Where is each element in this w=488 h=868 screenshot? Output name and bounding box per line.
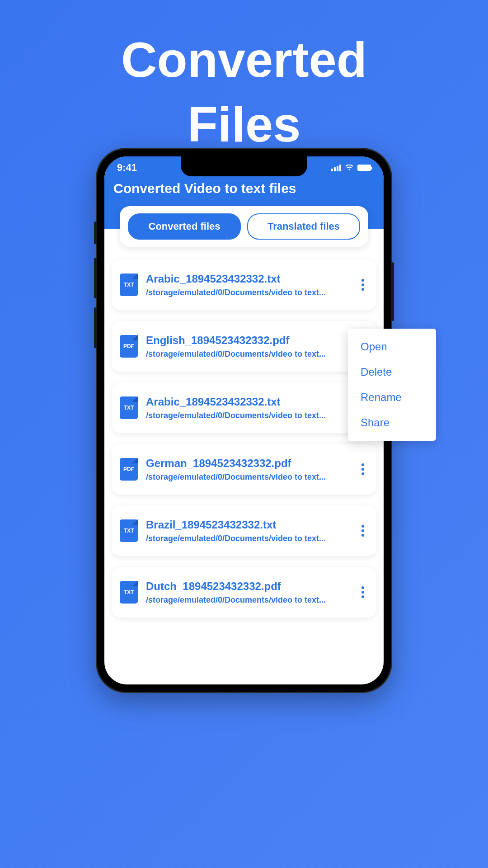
file-list: TXT Arabic_1894523432332.txt /storage/em… (104, 247, 384, 618)
page-title: Converted Video to text files (113, 181, 296, 196)
file-row[interactable]: PDF German_1894523432332.pdf /storage/em… (112, 444, 376, 495)
file-path: /storage/emulated/0/Documents/video to t… (146, 534, 349, 543)
wifi-icon (345, 165, 354, 171)
file-row[interactable]: TXT Arabic_1894523432332.txt /storage/em… (112, 382, 376, 433)
menu-share[interactable]: Share (348, 410, 436, 435)
file-path: /storage/emulated/0/Documents/video to t… (146, 472, 349, 482)
tab-translated-files[interactable]: Translated files (247, 213, 360, 240)
tabs-container: Converted files Translated files (120, 206, 368, 247)
status-icons (331, 165, 371, 171)
file-row[interactable]: TXT Arabic_1894523432332.txt /storage/em… (112, 259, 376, 310)
battery-icon (357, 165, 371, 171)
file-row[interactable]: TXT Dutch_1894523432332.pdf /storage/emu… (112, 567, 376, 618)
tab-converted-files[interactable]: Converted files (128, 213, 241, 240)
file-name: Brazil_1894523432332.txt (146, 519, 349, 531)
file-name: German_1894523432332.pdf (146, 457, 349, 470)
pdf-file-icon: PDF (120, 335, 138, 358)
menu-delete[interactable]: Delete (348, 359, 436, 385)
file-name: English_1894523432332.pdf (146, 334, 368, 347)
context-menu: Open Delete Rename Share (348, 329, 436, 441)
file-name: Arabic_1894523432332.txt (146, 396, 368, 408)
file-path: /storage/emulated/0/Documents/video to t… (146, 595, 349, 605)
txt-file-icon: TXT (120, 274, 138, 296)
file-info: German_1894523432332.pdf /storage/emulat… (146, 457, 349, 482)
file-info: Arabic_1894523432332.txt /storage/emulat… (146, 273, 349, 297)
file-path: /storage/emulated/0/Documents/video to t… (146, 411, 368, 420)
file-path: /storage/emulated/0/Documents/video to t… (146, 349, 368, 359)
file-info: Arabic_1894523432332.txt /storage/emulat… (146, 396, 368, 420)
file-info: Brazil_1894523432332.txt /storage/emulat… (146, 519, 349, 543)
phone-notch (181, 156, 307, 176)
txt-file-icon: TXT (120, 581, 138, 604)
file-info: English_1894523432332.pdf /storage/emula… (146, 334, 368, 359)
txt-file-icon: TXT (120, 519, 138, 542)
file-path: /storage/emulated/0/Documents/video to t… (146, 288, 349, 297)
phone-mockup: 9:41 Converted Video to text files Conve… (97, 149, 391, 692)
more-options-icon[interactable] (357, 276, 368, 293)
file-info: Dutch_1894523432332.pdf /storage/emulate… (146, 580, 349, 605)
hero-line-2: Files (0, 92, 488, 156)
menu-rename[interactable]: Rename (348, 385, 436, 410)
hero-line-1: Converted (0, 27, 488, 92)
file-name: Dutch_1894523432332.pdf (146, 580, 349, 593)
menu-open[interactable]: Open (348, 334, 436, 359)
file-row[interactable]: PDF English_1894523432332.pdf /storage/e… (112, 321, 376, 372)
more-options-icon[interactable] (357, 461, 368, 478)
status-time: 9:41 (117, 162, 137, 174)
hero-title: Converted Files (0, 0, 488, 156)
file-name: Arabic_1894523432332.txt (146, 273, 349, 285)
signal-icon (331, 165, 341, 171)
txt-file-icon: TXT (120, 396, 138, 419)
more-options-icon[interactable] (357, 584, 368, 601)
file-row[interactable]: TXT Brazil_1894523432332.txt /storage/em… (112, 505, 376, 556)
more-options-icon[interactable] (357, 522, 368, 539)
pdf-file-icon: PDF (120, 458, 138, 481)
